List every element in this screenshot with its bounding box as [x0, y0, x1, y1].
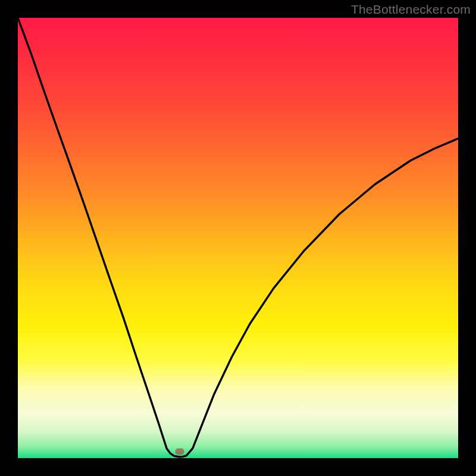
watermark-label: TheBottlenecker.com	[351, 2, 471, 17]
gradient-background	[18, 18, 458, 458]
svg-rect-0	[18, 18, 458, 458]
plot-area	[18, 18, 458, 458]
optimum-marker	[176, 448, 184, 455]
chart-frame: TheBottlenecker.com	[0, 0, 476, 476]
